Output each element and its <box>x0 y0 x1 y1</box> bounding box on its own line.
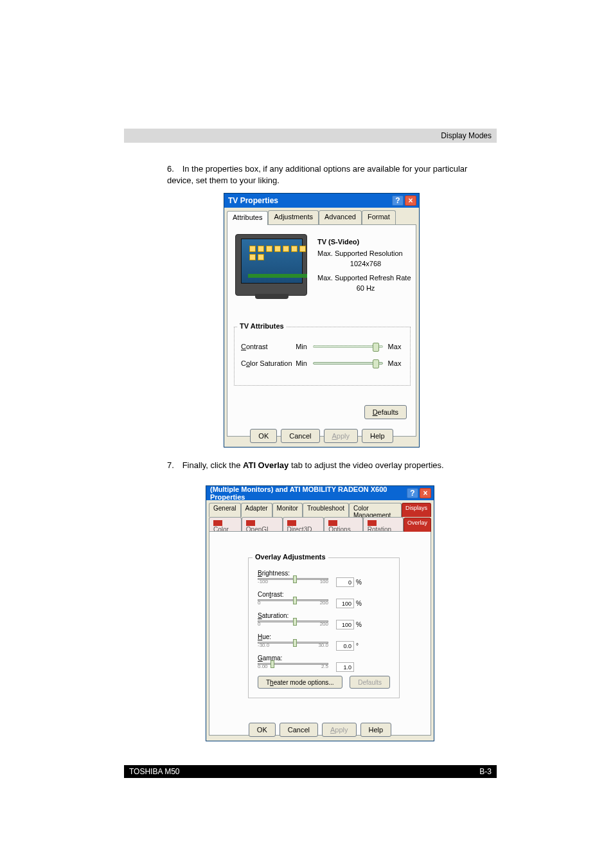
tab-advanced[interactable]: Advanced <box>319 210 362 224</box>
tab-options[interactable]: Options <box>324 517 363 531</box>
tv-preview-image <box>235 234 307 296</box>
brightness-value: 0 <box>336 577 354 587</box>
page-footer: TOSHIBA M50 B-3 <box>124 765 497 778</box>
tab-adjustments[interactable]: Adjustments <box>268 210 319 224</box>
step-7-bold: ATI Overlay <box>243 460 289 470</box>
saturation-slider[interactable] <box>313 362 383 365</box>
close-icon[interactable]: × <box>420 488 431 498</box>
step-6: 6. In the properties box, if any additio… <box>167 163 488 186</box>
overlay-tab-row-2: Color OpenGL Direct3D Options Rotation O… <box>209 517 431 531</box>
tab-troubleshoot[interactable]: Troubleshoot <box>303 503 349 517</box>
footer-right: B-3 <box>479 767 492 776</box>
hue-row: -30.030.0 0.0 ° <box>258 641 390 651</box>
tab-direct3d[interactable]: Direct3D <box>283 517 324 531</box>
tab-adapter[interactable]: Adapter <box>241 503 272 517</box>
tv-info-heading: TV (S-Video) <box>317 238 414 246</box>
hue-unit: ° <box>356 642 359 649</box>
contrast-max: Max <box>386 343 404 350</box>
overlay-defaults-button[interactable]: Defaults <box>350 676 390 689</box>
tv-rate-value: 60 Hz <box>317 284 414 292</box>
help-icon[interactable]: ? <box>392 195 404 206</box>
contrast-label: Contrast: <box>258 591 390 598</box>
brightness-label: Brightness: <box>258 570 390 577</box>
tv-properties-tabs: Attributes Adjustments Advanced Format <box>227 210 416 224</box>
section-header-text: Display Modes <box>441 131 492 140</box>
overlay-adjustments-group: Overlay Adjustments Brightness: -100100 … <box>248 557 400 698</box>
ok-button[interactable]: OK <box>250 429 277 443</box>
defaults-button[interactable]: Defaults <box>364 405 407 419</box>
overlay-contrast-row: 0200 100 % <box>258 599 390 608</box>
saturation-max: Max <box>386 359 404 367</box>
tab-opengl[interactable]: OpenGL <box>242 517 283 531</box>
gamma-label: Gamma: <box>258 655 390 662</box>
overlay-saturation-label: Saturation: <box>258 612 390 619</box>
step-7-prefix: Finally, click the <box>182 460 243 470</box>
help-button[interactable]: Help <box>362 429 393 443</box>
step-6-text: In the properties box, if any additional… <box>167 164 467 185</box>
close-icon[interactable]: × <box>405 195 416 206</box>
saturation-label: Color Saturation <box>241 359 292 367</box>
overlay-saturation-slider[interactable] <box>258 620 328 622</box>
tab-general[interactable]: General <box>209 503 241 517</box>
overlay-saturation-unit: % <box>356 621 362 628</box>
tab-overlay[interactable]: Overlay <box>404 518 431 532</box>
gamma-slider[interactable] <box>258 663 328 665</box>
ati-chip-icon <box>246 520 255 526</box>
overlay-contrast-unit: % <box>356 600 362 607</box>
ati-chip-icon <box>213 520 222 526</box>
gamma-row: 0.002.5 1.0 <box>258 662 390 672</box>
tv-properties-dialog: TV Properties ? × Attributes Adjustments… <box>224 193 420 448</box>
section-header-bar: Display Modes <box>124 129 497 143</box>
brightness-row: -100100 0 % <box>258 577 390 587</box>
tv-properties-button-row: OK Cancel Apply Help <box>224 429 419 443</box>
tab-attributes[interactable]: Attributes <box>227 211 268 225</box>
tab-format[interactable]: Format <box>362 210 396 224</box>
contrast-slider[interactable] <box>313 345 383 348</box>
overlay-contrast-slider[interactable] <box>258 599 328 601</box>
tv-properties-titlebar[interactable]: TV Properties ? × <box>224 194 419 208</box>
ati-chip-icon <box>287 520 296 526</box>
overlay-saturation-row: 0200 100 % <box>258 620 390 629</box>
overlay-help-button[interactable]: Help <box>360 723 392 737</box>
tab-displays[interactable]: Displays <box>402 503 431 517</box>
tab-color[interactable]: Color <box>209 517 242 531</box>
defaults-button-wrap: Defaults <box>364 405 407 419</box>
overlay-apply-button[interactable]: Apply <box>322 723 357 737</box>
overlay-saturation-value: 100 <box>336 620 354 629</box>
hue-slider[interactable] <box>258 642 328 644</box>
ati-chip-icon <box>368 520 377 526</box>
tv-rate-label: Max. Supported Refresh Rate <box>317 274 414 282</box>
cancel-button[interactable]: Cancel <box>281 429 319 443</box>
step-6-number: 6. <box>167 163 180 175</box>
tab-rotation[interactable]: Rotation <box>363 517 404 531</box>
overlay-ok-button[interactable]: OK <box>249 723 276 737</box>
overlay-page: Overlay Adjustments Brightness: -100100 … <box>209 531 431 736</box>
overlay-contrast-value: 100 <box>336 599 354 608</box>
contrast-min: Min <box>292 343 310 350</box>
ati-chip-icon <box>328 520 337 526</box>
contrast-label: Contrast <box>241 343 292 350</box>
overlay-properties-titlebar[interactable]: (Multiple Monitors) and ATI MOBILITY RAD… <box>206 486 434 500</box>
hue-value: 0.0 <box>336 641 354 651</box>
overlay-properties-title: (Multiple Monitors) and ATI MOBILITY RAD… <box>210 485 407 501</box>
saturation-row: Color Saturation Min Max <box>241 359 404 367</box>
overlay-cancel-button[interactable]: Cancel <box>280 723 318 737</box>
overlay-tab-row-1: General Adapter Monitor Troubleshoot Col… <box>209 503 431 517</box>
saturation-min: Min <box>292 359 310 367</box>
overlay-button-row: OK Cancel Apply Help <box>206 723 434 737</box>
tv-res-label: Max. Supported Resolution <box>317 249 414 257</box>
footer-left: TOSHIBA M50 <box>129 767 179 776</box>
brightness-slider[interactable] <box>258 578 328 580</box>
overlay-properties-dialog: (Multiple Monitors) and ATI MOBILITY RAD… <box>206 485 434 741</box>
brightness-unit: % <box>356 579 362 586</box>
theater-mode-button[interactable]: Theater mode options... <box>258 676 342 689</box>
contrast-row: Contrast Min Max <box>241 343 404 350</box>
gamma-value: 1.0 <box>336 662 354 672</box>
tab-monitor[interactable]: Monitor <box>272 503 303 517</box>
help-icon[interactable]: ? <box>407 488 418 498</box>
tv-res-value: 1024x768 <box>317 260 414 267</box>
tv-attributes-legend: TV Attributes <box>237 322 287 330</box>
tv-properties-title: TV Properties <box>228 196 278 205</box>
apply-button[interactable]: Apply <box>324 429 359 443</box>
tab-color-management[interactable]: Color Management <box>349 503 402 517</box>
